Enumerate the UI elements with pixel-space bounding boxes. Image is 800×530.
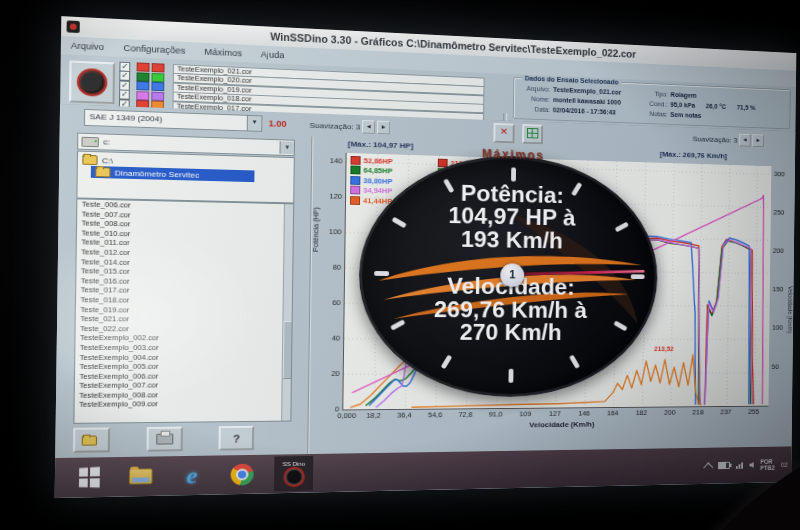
windows-logo-icon — [79, 467, 100, 488]
max-speed-label: [Máx.: 269,76 Km/h] — [660, 150, 727, 160]
file-list-item[interactable]: Teste_022.cor — [76, 324, 292, 334]
folder-open-icon — [95, 167, 110, 177]
ssdino-logo-icon — [77, 68, 108, 97]
curve-color-swatch — [136, 81, 149, 90]
logo-button[interactable] — [69, 60, 115, 104]
cond-pressao-value: 95,0 kPa — [670, 101, 695, 108]
file-list-item[interactable]: TesteExemplo_004.cor — [75, 352, 291, 362]
maximos-gauge: Máximos Potência: 104,97 HP à 193 Km/h V… — [358, 152, 659, 398]
y-axis-left: 0 20 40 60 80 100 120 140 — [310, 152, 344, 410]
grid-icon — [527, 128, 539, 139]
x-tick: 36,4 — [397, 411, 412, 420]
photo-stage: WinSSDino 3.30 - Gráficos C:\Dinamômetro… — [0, 0, 800, 530]
suavizacao-label: Suavização: 3 — [693, 134, 738, 144]
clear-markers-button[interactable]: ✕ — [493, 123, 514, 143]
file-list-item[interactable]: TesteExemplo_002.cor — [75, 333, 291, 343]
chart-plot: 213,52 52,86HP 64,85HP 38,80HP 34,94HP 4… — [342, 153, 771, 410]
menu-arquivo[interactable]: Arquivo — [61, 38, 114, 54]
explorer-buttons: ? — [73, 425, 295, 452]
clock[interactable]: 02 — [781, 461, 790, 467]
ssdino-caption: SS Dino — [283, 460, 306, 466]
fator-correcao: 1.00 — [268, 119, 286, 129]
volume-icon[interactable] — [750, 462, 754, 468]
file-list-item[interactable]: Teste_021.cor — [76, 314, 292, 324]
folder-icon — [129, 468, 153, 484]
cond-umidade-value: 71,5 % — [737, 104, 756, 111]
grid-toggle-button[interactable] — [522, 124, 543, 144]
file-explorer-taskbar-icon[interactable] — [122, 459, 159, 493]
print-button[interactable] — [146, 427, 183, 452]
x-tick: 109 — [519, 410, 531, 418]
series-velocidade-019-b — [705, 238, 751, 405]
tipo-label: Tipo: — [646, 90, 668, 97]
tipo-value: Rolagem — [670, 91, 696, 98]
drive-letter: c: — [103, 137, 110, 146]
spinner-right-icon[interactable]: ▶ — [377, 121, 390, 135]
spinner-left-icon[interactable]: ◀ — [739, 134, 751, 147]
printer-icon — [156, 434, 173, 445]
file-list-item[interactable]: TesteExemplo_003.cor — [75, 343, 291, 353]
red-x-icon: ✕ — [500, 126, 508, 137]
y-tick: 80 — [315, 263, 341, 272]
app-icon[interactable] — [67, 20, 80, 33]
y-tick: 120 — [316, 192, 342, 201]
y-tick: 140 — [316, 156, 342, 165]
ssdino-taskbar-icon[interactable]: SS Dino — [274, 456, 313, 491]
cond-temp-value: 26,0 °C — [706, 102, 726, 109]
battery-icon[interactable] — [718, 462, 730, 469]
chevron-down-icon[interactable]: ▼ — [247, 116, 262, 131]
x-tick: 91,0 — [489, 410, 503, 419]
x-tick: 18,2 — [366, 411, 381, 420]
curve-color-swatch — [136, 72, 149, 81]
norma-select[interactable]: SAE J 1349 (2004) ▼ — [84, 109, 263, 132]
y-axis-right-title: Velocidade (Km/h) — [787, 286, 794, 333]
scrollbar-thumb[interactable] — [283, 321, 293, 379]
x-tick: 146 — [578, 409, 590, 417]
tree-root-label: C:\ — [102, 156, 113, 165]
spinner-left-icon[interactable]: ◀ — [362, 120, 375, 134]
cond-label: Cond.: — [646, 100, 668, 107]
y-tick: 100 — [315, 227, 341, 236]
internet-explorer-icon[interactable]: e — [174, 459, 210, 493]
legend-swatch — [350, 186, 360, 195]
x-tick: 54,6 — [428, 410, 442, 419]
language-indicator[interactable]: POR PTB2 — [760, 458, 775, 472]
start-button[interactable] — [70, 460, 107, 495]
velocidade-em: 270 Km/h — [460, 321, 562, 344]
curve-color-swatch — [152, 63, 165, 72]
y-tick: 250 — [773, 208, 792, 216]
ie-e-icon: e — [186, 466, 198, 486]
nome-label: Nome: — [520, 95, 550, 103]
notas-label: Notas: — [646, 110, 668, 117]
suavizacao-spinner-right: Suavização: 3 ◀ ▶ — [692, 132, 764, 147]
series-velocidade-018-b — [705, 240, 754, 405]
potencia-em: 193 Km/h — [461, 228, 563, 253]
y-tick: 20 — [313, 369, 339, 378]
system-tray: POR PTB2 02 — [705, 458, 791, 473]
menu-ajuda[interactable]: Ajuda — [251, 47, 293, 62]
arquivo-label: Arquivo: — [520, 84, 550, 92]
chevron-down-icon[interactable]: ▼ — [279, 141, 294, 154]
network-signal-icon[interactable] — [736, 462, 743, 468]
notas-value: Sem notas — [670, 111, 701, 119]
open-folder-button[interactable] — [73, 427, 110, 452]
x-tick: 72,8 — [458, 410, 472, 419]
suavizacao-label: Suavização: 3 — [309, 121, 360, 131]
chrome-logo-icon — [231, 464, 254, 486]
velocidade-valor: 269,76 Km/h à — [434, 298, 587, 322]
menu-configuracoes[interactable]: Configurações — [114, 41, 195, 59]
curve-color-swatch — [151, 72, 164, 81]
help-button[interactable]: ? — [218, 426, 254, 451]
spinner-right-icon[interactable]: ▶ — [752, 134, 764, 147]
y-tick: 40 — [314, 334, 340, 343]
language-line2: PTB2 — [760, 465, 775, 472]
tray-expand-icon[interactable] — [704, 462, 714, 472]
data-label: Data: — [520, 105, 550, 113]
file-list-item[interactable]: TesteExemplo_009.cor — [75, 399, 291, 410]
menu-maximos[interactable]: Máximos — [195, 44, 252, 60]
suavizacao-spinner-left: Suavização: 3 ◀ ▶ — [309, 118, 390, 134]
scrollbar[interactable] — [281, 204, 293, 420]
x-tick: 164 — [607, 409, 619, 417]
chrome-icon[interactable] — [224, 458, 260, 492]
series-velocidade-020-b — [706, 241, 752, 405]
